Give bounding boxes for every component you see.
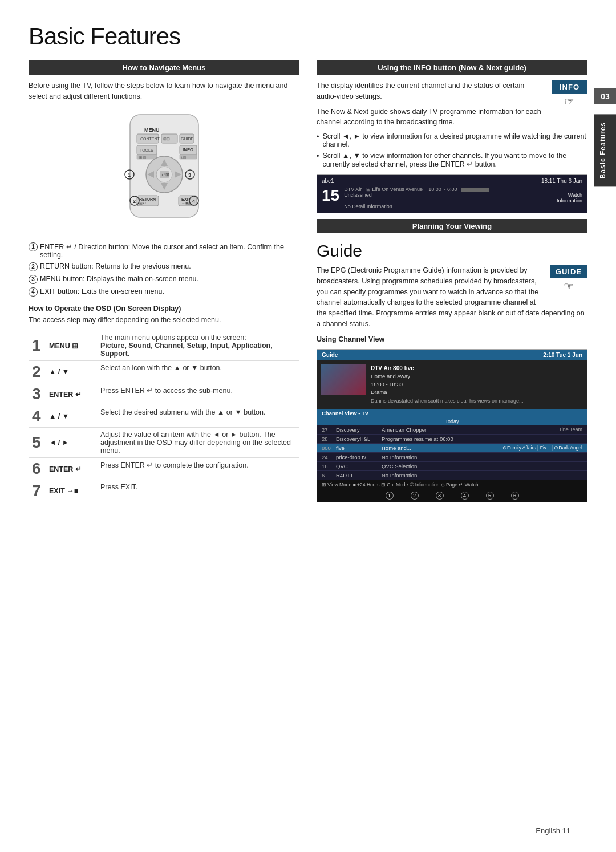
info-prog-time: 18:00 ~ 6:00 [428,186,457,192]
info-sub2: No Detail Information [344,204,582,209]
svg-text:RETURN: RETURN [139,197,156,201]
step-desc-1: The main menu options appear on the scre… [97,331,299,361]
step-desc-7: Press EXIT. [97,480,299,502]
guide-screen-header: Guide 2:10 Tue 1 Jun [317,350,587,360]
osd-desc: The access step may differ depending on … [29,315,299,326]
footer-num-4: 4 [461,492,469,500]
ch-name-6: R4DTT [336,472,382,478]
ch-num-6: 6 [322,472,336,478]
left-column: How to Navigate Menus Before using the T… [29,60,299,510]
guide-ch-row-24: 24 price-drop.tv No Information [317,453,587,462]
info-sub-row: Unclassified Watch Information [344,192,582,204]
svg-text:GUIDE: GUIDE [181,137,194,141]
guide-thumb [321,364,366,395]
info-prog-icon: ⊞ [366,186,371,192]
info-sub1: Unclassified [344,192,372,204]
channel-view-title: Using Channel View [317,335,587,343]
info-prog-details: DTV Air ⊞ Life On Venus Avenue 18:00 ~ 6… [344,186,582,209]
table-row: 1 MENU ⊞ The main menu options appear on… [29,331,299,361]
guide-btn-wrap: GUIDE ☞ [550,265,587,293]
svg-text:CONTENT: CONTENT [140,137,160,141]
navigate-intro: Before using the TV, follow the steps be… [29,80,299,102]
guide-feat-title: DTV Air 800 five [371,364,524,372]
guide-feat-genre: Drama [371,388,524,396]
guide-feat-info: DTV Air 800 five Home and Away 18:00 - 1… [371,364,524,405]
ch-name-800: five [336,445,382,451]
prog-24: No Information [382,454,582,460]
section-planning-header: Planning Your Viewing [317,219,587,233]
prog-16: QVC Selection [382,463,582,469]
svg-text:MENU: MENU [144,127,160,133]
steps-table: 1 MENU ⊞ The main menu options appear on… [29,331,299,502]
guide-header-left: Guide [322,352,338,358]
svg-text:↵⊞: ↵⊞ [161,172,169,177]
step-cmd-4: ▲ / ▼ [46,405,97,428]
sidebar-number: 03 [594,88,616,104]
circle-1: 1 [29,242,38,251]
sidebar-label: Basic Features [594,114,616,186]
bullet-2-text: RETURN button: Returns to the previous m… [40,262,191,270]
guide-channels: Channel View - TV Today 27 Discovery Ame… [317,409,587,480]
step-num-2: 2 [29,361,46,383]
info-bullet-1: • Scroll ◄, ► to view information for a … [317,132,587,148]
guide-ch-row-16: 16 QVC QVC Selection [317,462,587,471]
bullet-2: 2 RETURN button: Returns to the previous… [29,262,299,271]
prog-28: Programmes resume at 06:00 [382,436,582,442]
step-cmd-6: ENTER ↵ [46,458,97,480]
info-time: 18:11 Thu 6 Jan [541,178,582,184]
step-desc-2: Select an icon with the ▲ or ▼ button. [97,361,299,383]
step-desc-3: Press ENTER ↵ to access the sub-menu. [97,383,299,405]
guide-desc: The EPG (Electronic Programme Guide) inf… [317,265,587,330]
circle-3: 3 [29,275,38,284]
step-num-1: 1 [29,331,46,361]
info-btn-wrap: INFO ☞ [552,80,587,108]
info-screen-inner: 15 DTV Air ⊞ Life On Venus Avenue 18:00 … [322,186,582,209]
ch-name-16: QVC [336,463,382,469]
guide-ch-row-6: 6 R4DTT No Information [317,471,587,480]
step-cmd-5: ◄ / ► [46,428,97,458]
step-cmd-3: ENTER ↵ [46,383,97,405]
remote-svg: MENU CONTENT ⊞⊡ GUIDE TOOLS ⊞ ⊡ INFO t.⊡ [96,109,233,234]
svg-text:INFO: INFO [183,147,193,152]
guide-screen: Guide 2:10 Tue 1 Jun DTV Air 800 five Ho… [317,349,587,502]
section-navigate-header: How to Navigate Menus [29,60,299,75]
step-num-6: 6 [29,458,46,480]
info-intro1: The display identifies the current chann… [317,80,587,102]
table-row: 6 ENTER ↵ Press ENTER ↵ to complete the … [29,458,299,480]
footer-num-1: 1 [386,492,394,500]
guide-ch-view-label: Channel View - TV [317,409,587,417]
table-row: 3 ENTER ↵ Press ENTER ↵ to access the su… [29,383,299,405]
guide-ch-row-800: 800 five Home and... ⊙Family Affairs | F… [317,444,587,453]
step-cmd-7: EXIT →■ [46,480,97,502]
ch-num-16: 16 [322,463,336,469]
info-bullet-2-text: Scroll ▲, ▼ to view information for othe… [322,152,587,168]
info-ch-label: DTV Air ⊞ Life On Venus Avenue 18:00 ~ 6… [344,186,582,192]
guide-ch-row-2: 28 DiscoveryH&L Programmes resume at 06:… [317,435,587,444]
remote-bullets: 1 ENTER ↵ / Direction button: Move the c… [29,242,299,297]
svg-text:⊞⊡: ⊞⊡ [163,137,170,141]
step-num-4: 4 [29,405,46,428]
prog-800: Home and... [382,445,502,451]
info-ch-num: 15 [322,186,339,205]
info-prog-name: Life On Venus Avenue [372,186,423,192]
svg-text:⊞ ⊡: ⊞ ⊡ [139,156,146,159]
svg-text:t.⊡: t.⊡ [181,156,186,159]
section-info-header: Using the INFO button (Now & Next guide) [317,60,587,75]
step-num-7: 7 [29,480,46,502]
step-desc-5: Adjust the value of an item with the ◄ o… [97,428,299,458]
right-column: Using the INFO button (Now & Next guide)… [317,60,587,510]
prog-extra-800: ⊙Family Affairs | Fiv... | ⊙Dark Angel [502,445,582,451]
table-row: 7 EXIT →■ Press EXIT. [29,480,299,502]
ch-num-800: 800 [322,445,336,451]
info-button-image: INFO [552,80,587,94]
footer-num-3: 3 [436,492,444,500]
table-row: 2 ▲ / ▼ Select an icon with the ▲ or ▼ b… [29,361,299,383]
guide-feat-time: 18:00 - 18:30 [371,380,524,388]
info-bullet-2: • Scroll ▲, ▼ to view information for ot… [317,152,587,168]
prog-27: American Chopper [382,427,558,433]
bullet-dot-1: • [317,133,319,141]
info-bullet-1-text: Scroll ◄, ► to view information for a de… [322,132,587,148]
footer-num-6: 6 [511,492,519,500]
page-number: English 11 [536,826,570,835]
footer-num-2: 2 [411,492,419,500]
